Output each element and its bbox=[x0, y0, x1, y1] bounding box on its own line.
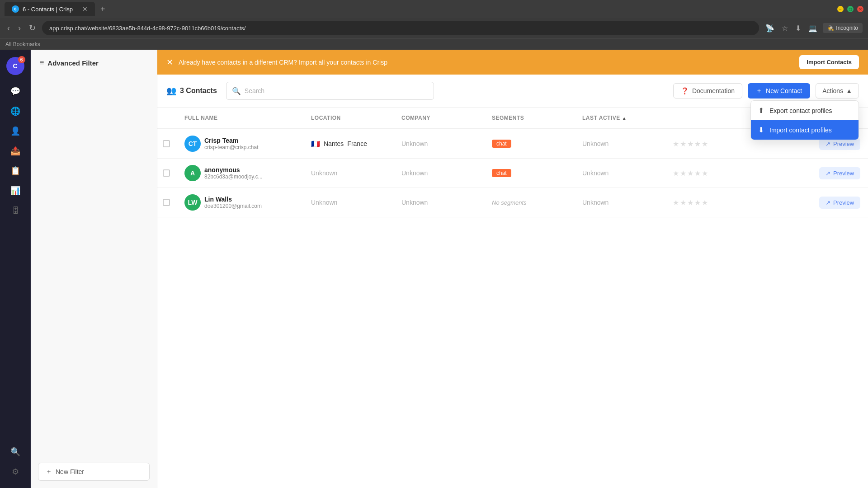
import-label: Import contact profiles bbox=[769, 127, 832, 134]
preview-button-3[interactable]: ↗ Preview bbox=[819, 197, 860, 209]
avatar-initials-2: A bbox=[190, 169, 195, 177]
search-placeholder: Search bbox=[245, 87, 264, 94]
sidebar-icon-plugins[interactable]: 🎛 bbox=[6, 202, 24, 220]
sidebar-avatar[interactable]: C 6 bbox=[6, 57, 24, 75]
star-3-1[interactable]: ★ bbox=[673, 198, 679, 207]
new-contact-button[interactable]: ＋ New Contact bbox=[748, 83, 810, 99]
dropdown-item-import[interactable]: ⬇ Import contact profiles bbox=[751, 120, 859, 140]
filter-spacer bbox=[31, 74, 157, 463]
location-flag-1: 🇫🇷 bbox=[311, 140, 320, 148]
tab-badge: 6 bbox=[14, 7, 16, 11]
star-2-5[interactable]: ★ bbox=[702, 169, 708, 178]
th-segments-label: SEGMENTS bbox=[492, 115, 524, 121]
browser-tab[interactable]: 6 6 - Contacts | Crisp ✕ bbox=[5, 2, 95, 16]
contact-name-2: anonymous bbox=[204, 166, 263, 174]
search-icon: 🔍 bbox=[232, 87, 241, 95]
sidebar-icon-helpdesk[interactable]: 📋 bbox=[6, 162, 24, 180]
actions-label: Actions bbox=[822, 87, 843, 94]
contact-avatar-2: A bbox=[184, 165, 201, 181]
bookmark-icon[interactable]: ☆ bbox=[780, 22, 790, 34]
row-checkbox-2[interactable] bbox=[163, 169, 170, 177]
stars-1: ★ ★ ★ ★ ★ bbox=[673, 140, 708, 148]
star-2-1[interactable]: ★ bbox=[673, 169, 679, 178]
sidebar-icon-campaigns[interactable]: 📤 bbox=[6, 142, 24, 160]
import-contacts-button[interactable]: Import Contacts bbox=[799, 55, 859, 69]
incognito-button[interactable]: 🕵 Incognito bbox=[823, 23, 863, 33]
preview-icon-3: ↗ bbox=[826, 199, 830, 206]
incognito-label: Incognito bbox=[836, 25, 858, 31]
export-icon: ⬆ bbox=[758, 106, 764, 115]
cast-icon[interactable]: 📡 bbox=[764, 22, 776, 34]
bookmarks-bar: All Bookmarks bbox=[0, 38, 868, 50]
location-2: Unknown bbox=[311, 169, 337, 177]
avatar-initials: C bbox=[13, 62, 17, 70]
segment-tag-3: No segments bbox=[492, 199, 527, 206]
star-2-4[interactable]: ★ bbox=[694, 169, 701, 178]
sidebar-icon-globe[interactable]: 🌐 bbox=[6, 102, 24, 120]
td-segments-3: No segments bbox=[486, 193, 577, 212]
star-3-2[interactable]: ★ bbox=[680, 198, 686, 207]
td-name-3: LW Lin Walls doe301200@gmail.com bbox=[179, 188, 306, 217]
td-name-1: CT Crisp Team crisp-team@crisp.chat bbox=[179, 129, 306, 158]
forward-button[interactable]: › bbox=[16, 22, 23, 35]
th-full-name: FULL NAME bbox=[179, 111, 306, 125]
star-1-4[interactable]: ★ bbox=[694, 140, 701, 148]
main-content: ✕ Already have contacts in a different C… bbox=[157, 50, 868, 488]
new-filter-button[interactable]: ＋ New Filter bbox=[38, 463, 150, 481]
td-stars-3: ★ ★ ★ ★ ★ bbox=[667, 192, 814, 213]
browser-chrome: 6 6 - Contacts | Crisp ✕ + − □ ✕ ‹ › ↻ a… bbox=[0, 0, 868, 50]
actions-button[interactable]: Actions ▲ bbox=[816, 83, 859, 99]
star-1-3[interactable]: ★ bbox=[687, 140, 693, 148]
tab-favicon: 6 bbox=[12, 5, 19, 13]
th-location: LOCATION bbox=[306, 111, 396, 125]
sidebar-icon-analytics[interactable]: 📊 bbox=[6, 182, 24, 200]
import-banner: ✕ Already have contacts in a different C… bbox=[157, 50, 868, 75]
contact-info-3: Lin Walls doe301200@gmail.com bbox=[204, 196, 262, 209]
td-name-2: A anonymous 82bc6d3a@moodjoy.c... bbox=[179, 159, 306, 188]
company-3: Unknown bbox=[401, 199, 428, 206]
tab-close-icon[interactable]: ✕ bbox=[82, 5, 88, 13]
star-1-5[interactable]: ★ bbox=[702, 140, 708, 148]
close-button[interactable]: ✕ bbox=[857, 6, 863, 12]
banner-close-icon[interactable]: ✕ bbox=[166, 57, 173, 67]
star-2-2[interactable]: ★ bbox=[680, 169, 686, 178]
avatar-badge: 6 bbox=[18, 56, 25, 63]
search-box[interactable]: 🔍 Search bbox=[226, 82, 434, 100]
contact-info-1: Crisp Team crisp-team@crisp.chat bbox=[204, 137, 259, 150]
td-preview-2: ↗ Preview bbox=[814, 161, 868, 186]
segment-tag-2: chat bbox=[492, 169, 511, 177]
th-full-name-label: FULL NAME bbox=[184, 115, 218, 121]
back-button[interactable]: ‹ bbox=[5, 22, 12, 35]
documentation-label: Documentation bbox=[692, 87, 735, 94]
download-icon[interactable]: ⬇ bbox=[793, 22, 803, 34]
minimize-button[interactable]: − bbox=[837, 6, 844, 12]
sidebar-icon-contacts[interactable]: 👤 bbox=[6, 122, 24, 140]
window-controls: − □ ✕ bbox=[837, 6, 863, 12]
dropdown-item-export[interactable]: ⬆ Export contact profiles bbox=[751, 101, 859, 120]
company-1: Unknown bbox=[401, 140, 428, 147]
restore-button[interactable]: □ bbox=[847, 6, 854, 12]
star-1-1[interactable]: ★ bbox=[673, 140, 679, 148]
filter-icon: ≡ bbox=[40, 59, 44, 67]
contacts-count: 👥 3 Contacts bbox=[166, 86, 217, 96]
star-2-3[interactable]: ★ bbox=[687, 169, 693, 178]
documentation-button[interactable]: ❓ Documentation bbox=[673, 83, 742, 99]
th-last-active-label: LAST ACTIVE bbox=[582, 115, 620, 121]
row-checkbox-1[interactable] bbox=[163, 140, 170, 147]
star-1-2[interactable]: ★ bbox=[680, 140, 686, 148]
address-bar[interactable]: app.crisp.chat/website/6833ae5b-844d-4c9… bbox=[42, 21, 759, 35]
td-segments-1: chat bbox=[486, 133, 577, 154]
sidebar-icon-search[interactable]: 🔍 bbox=[6, 443, 24, 461]
star-3-5[interactable]: ★ bbox=[702, 198, 708, 207]
star-3-4[interactable]: ★ bbox=[694, 198, 701, 207]
table-row: LW Lin Walls doe301200@gmail.com Unknown… bbox=[157, 188, 868, 217]
row-checkbox-3[interactable] bbox=[163, 199, 170, 206]
sidebar-icon-chat[interactable]: 💬 bbox=[6, 82, 24, 100]
preview-button-2[interactable]: ↗ Preview bbox=[819, 167, 860, 179]
devices-icon[interactable]: 💻 bbox=[807, 22, 819, 34]
refresh-button[interactable]: ↻ bbox=[27, 21, 38, 35]
sidebar-icon-settings[interactable]: ⚙ bbox=[6, 463, 24, 481]
new-tab-icon[interactable]: + bbox=[100, 5, 105, 14]
new-contact-plus-icon: ＋ bbox=[756, 87, 762, 95]
star-3-3[interactable]: ★ bbox=[687, 198, 693, 207]
